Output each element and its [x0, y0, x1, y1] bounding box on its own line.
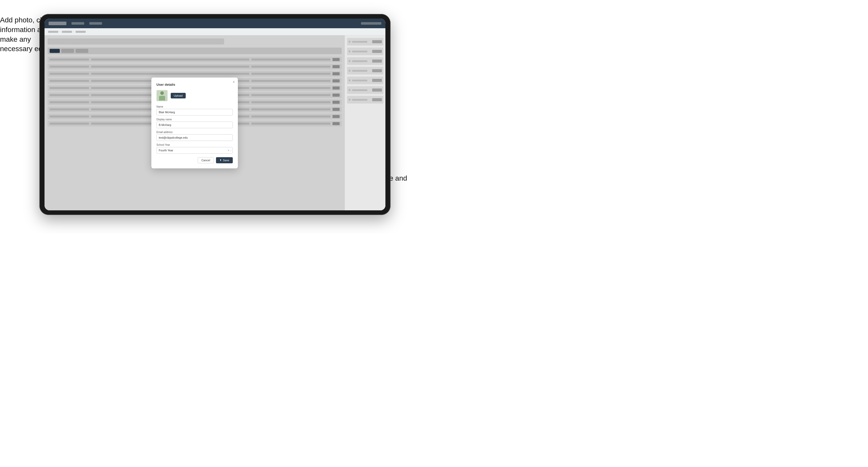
- user-photo: [156, 90, 168, 101]
- right-panel-item-2: [347, 48, 383, 55]
- school-year-field-group: School Year × ⌄: [156, 144, 233, 154]
- right-panel-item-6: [347, 86, 383, 94]
- content-area: User details × Upload Name: [44, 35, 385, 210]
- upload-photo-button[interactable]: Upload: [171, 93, 186, 98]
- cancel-button[interactable]: Cancel: [198, 157, 214, 163]
- right-panel-item-7: [347, 96, 383, 103]
- school-year-wrapper: × ⌄: [156, 147, 233, 154]
- name-label: Name: [156, 105, 233, 108]
- save-button[interactable]: ⬆ Save: [216, 157, 233, 163]
- email-label: Email address: [156, 131, 233, 133]
- breadcrumb-3: [75, 31, 86, 33]
- right-panel-item-1: [347, 38, 383, 45]
- nav-logo: [49, 22, 66, 25]
- name-input[interactable]: [156, 109, 233, 116]
- tablet-device: › ›: [39, 14, 391, 215]
- chevron-down-icon[interactable]: ⌄: [230, 149, 232, 151]
- app-content: › ›: [44, 19, 385, 210]
- school-year-label: School Year: [156, 144, 233, 146]
- right-panel-item-3: [347, 57, 383, 65]
- breadcrumb-sep: ›: [59, 31, 61, 33]
- tablet-screen: › ›: [44, 19, 385, 210]
- modal-footer: Cancel ⬆ Save: [156, 157, 233, 163]
- main-content: User details × Upload Name: [44, 35, 345, 210]
- nav-item-1: [71, 22, 84, 25]
- modal-title: User details: [156, 83, 233, 87]
- nav-item-2: [89, 22, 102, 25]
- clear-icon[interactable]: ×: [228, 149, 229, 152]
- right-panel: [345, 35, 385, 210]
- right-panel-item-5: [347, 76, 383, 84]
- modal-close-button[interactable]: ×: [233, 80, 235, 84]
- breadcrumb-1: [48, 31, 58, 33]
- email-input[interactable]: [156, 134, 233, 141]
- display-name-input[interactable]: [156, 122, 233, 128]
- display-name-label: Display name: [156, 118, 233, 121]
- email-field-group: Email address: [156, 131, 233, 141]
- nav-bar: [44, 19, 385, 28]
- display-name-field-group: Display name: [156, 118, 233, 128]
- save-icon: ⬆: [220, 159, 222, 161]
- modal-overlay: User details × Upload Name: [44, 35, 345, 210]
- school-year-icons: × ⌄: [228, 149, 232, 152]
- breadcrumb-2: [62, 31, 72, 33]
- user-details-modal: User details × Upload Name: [151, 77, 238, 168]
- school-year-input[interactable]: [156, 147, 233, 154]
- name-field-group: Name: [156, 105, 233, 116]
- nav-right: [361, 22, 381, 25]
- right-panel-item-4: [347, 67, 383, 74]
- sub-nav: › ›: [44, 28, 385, 35]
- photo-section: Upload: [156, 90, 233, 101]
- breadcrumb-sep-2: ›: [73, 31, 74, 33]
